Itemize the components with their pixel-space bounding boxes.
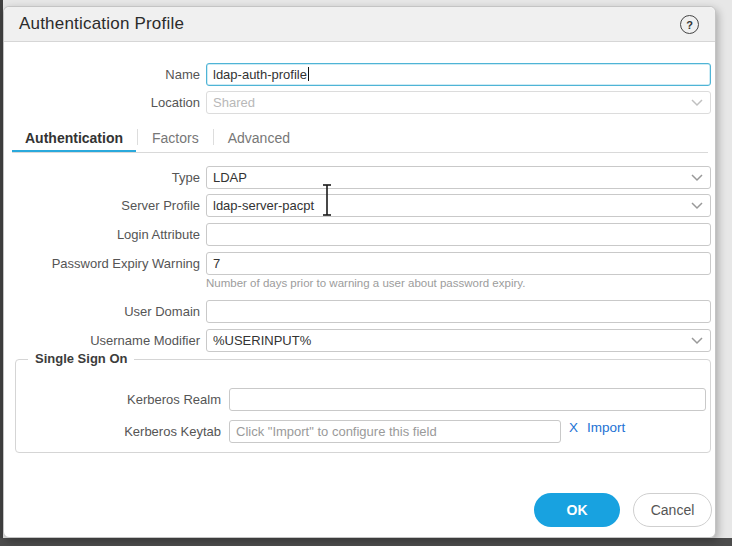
tab-advanced[interactable]: Advanced [215,126,303,153]
login-attribute-label: Login Attribute [4,223,200,246]
login-attribute-field[interactable] [206,223,711,246]
user-domain-label: User Domain [4,300,200,323]
password-expiry-warning-label: Password Expiry Warning [4,252,200,275]
password-expiry-warning-input[interactable] [206,252,711,275]
server-profile-value[interactable] [206,194,711,217]
dialog-titlebar: Authentication Profile ? [4,7,715,42]
tab-bar-divider [12,152,708,153]
help-icon[interactable]: ? [680,15,699,34]
user-domain-input[interactable] [206,300,711,323]
location-select[interactable] [206,91,711,114]
page-edge-bottom [0,538,732,546]
single-sign-on-legend: Single Sign On [28,351,134,366]
tab-separator [137,129,138,145]
tab-separator [213,129,214,145]
username-modifier-value[interactable] [206,329,711,352]
password-expiry-warning-field[interactable] [206,252,711,275]
login-attribute-input[interactable] [206,223,711,246]
server-profile-label: Server Profile [4,194,200,217]
single-sign-on-group: Single Sign On Kerberos Realm Kerberos K… [15,359,711,453]
keytab-actions: X Import [569,420,625,435]
authentication-profile-dialog: Authentication Profile ? Name ldap-auth-… [3,6,716,538]
name-value: ldap-auth-profile [213,67,307,82]
server-profile-select[interactable] [206,194,711,217]
username-modifier-select[interactable] [206,329,711,352]
type-select[interactable] [206,166,711,189]
kerberos-realm-label: Kerberos Realm [16,388,221,411]
import-link[interactable]: Import [587,420,625,435]
kerberos-realm-input[interactable] [229,388,706,411]
type-label: Type [4,166,200,189]
name-label: Name [4,63,200,86]
text-caret [308,67,309,81]
kerberos-keytab-label: Kerberos Keytab [16,420,221,443]
kerberos-keytab-field[interactable] [229,420,561,443]
password-expiry-help-text: Number of days prior to warning a user a… [206,277,525,289]
tab-authentication[interactable]: Authentication [12,126,136,153]
user-domain-field[interactable] [206,300,711,323]
location-value[interactable] [206,91,711,114]
type-value[interactable] [206,166,711,189]
clear-keytab-icon[interactable]: X [569,420,578,435]
name-input[interactable]: ldap-auth-profile [206,63,711,86]
dialog-title: Authentication Profile [4,14,184,34]
tab-factors[interactable]: Factors [139,126,212,153]
username-modifier-label: Username Modifier [4,329,200,352]
tab-bar: Authentication Factors Advanced [12,126,303,153]
location-label: Location [4,91,200,114]
cancel-button[interactable]: Cancel [633,493,712,527]
ok-button[interactable]: OK [534,493,620,527]
kerberos-realm-field[interactable] [229,388,706,411]
kerberos-keytab-input[interactable] [229,420,561,443]
